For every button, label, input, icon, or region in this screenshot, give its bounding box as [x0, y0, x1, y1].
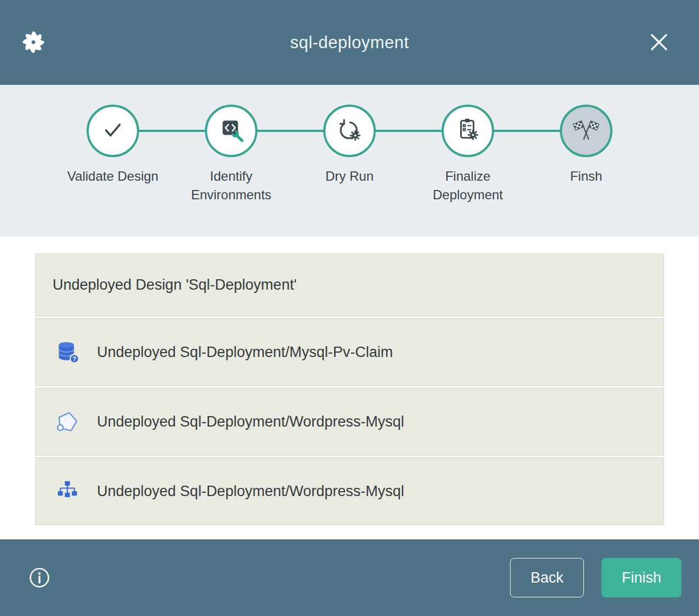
step-circle[interactable] [442, 105, 494, 157]
clipboard-gear-icon [454, 116, 482, 146]
step-finish[interactable]: Finsh [527, 105, 645, 204]
step-label: Dry Run [325, 167, 374, 186]
step-label: Validate Design [67, 167, 158, 186]
step-circle[interactable] [87, 105, 139, 157]
result-text: Undeployed Sql-Deployment/Wordpress-Mysq… [97, 413, 404, 430]
database-icon: ? [55, 340, 79, 364]
dialog-header: sql-deployment [0, 0, 699, 85]
tree-icon [55, 479, 79, 503]
result-text: Undeployed Sql-Deployment/Wordpress-Mysq… [97, 483, 404, 500]
pentagon-icon [55, 410, 79, 434]
dialog-footer: Back Finish [0, 539, 699, 616]
result-row: Undeployed Sql-Deployment/Wordpress-Mysq… [35, 388, 664, 456]
dialog-title: sql-deployment [0, 33, 699, 53]
svg-text:?: ? [72, 355, 76, 362]
step-dry-run[interactable]: Dry Run [290, 105, 409, 204]
code-wrench-icon [217, 116, 245, 146]
finish-button[interactable]: Finish [601, 558, 681, 597]
close-icon[interactable] [648, 31, 671, 54]
checkered-flags-icon [572, 116, 600, 146]
back-button[interactable]: Back [510, 558, 584, 597]
result-row: Undeployed Sql-Deployment/Wordpress-Mysq… [35, 457, 664, 525]
result-row: Undeployed Design 'Sql-Deployment' [35, 254, 664, 316]
result-row: ? Undeployed Sql-Deployment/Mysql-Pv-Cla… [35, 318, 664, 386]
step-finalize-deployment[interactable]: Finalize Deployment [409, 105, 527, 204]
wizard-stepper: Validate Design Identify Environments [0, 85, 699, 237]
result-text: Undeployed Sql-Deployment/Mysql-Pv-Claim [97, 344, 393, 361]
step-circle[interactable] [323, 105, 376, 157]
swirl-logo-icon [19, 27, 48, 57]
step-label: Finalize Deployment [416, 167, 520, 204]
info-icon[interactable] [28, 567, 50, 589]
result-text: Undeployed Design 'Sql-Deployment' [53, 277, 297, 293]
refresh-gear-icon [336, 116, 363, 146]
step-identify-environments[interactable]: Identify Environments [172, 105, 290, 204]
check-icon [99, 116, 127, 146]
step-label: Identify Environments [179, 167, 283, 204]
step-label: Finsh [570, 167, 603, 186]
step-validate-design[interactable]: Validate Design [54, 105, 172, 204]
deployment-results-panel: Undeployed Design 'Sql-Deployment' ? Und… [0, 237, 699, 539]
step-circle[interactable] [560, 105, 612, 157]
step-circle[interactable] [205, 105, 257, 157]
